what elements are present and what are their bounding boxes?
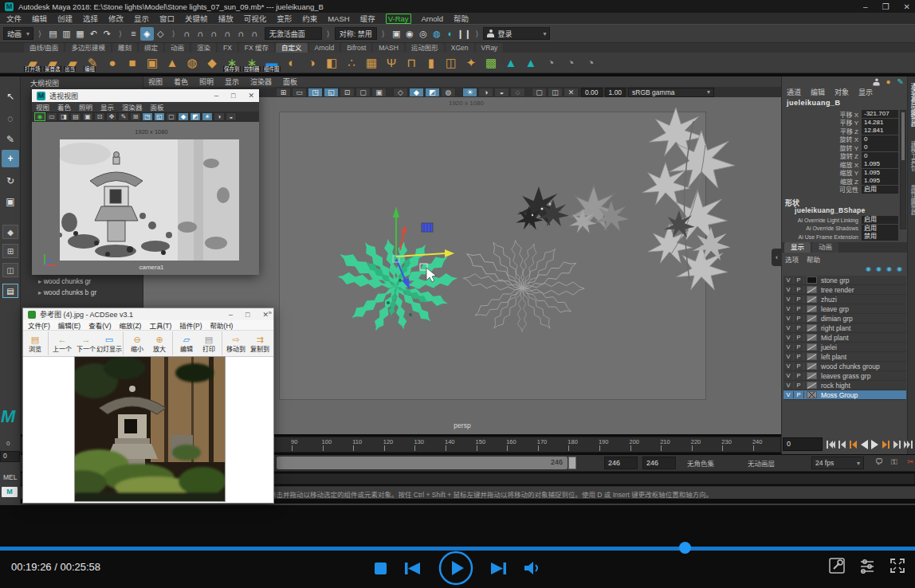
shaded-icon[interactable]: ◆	[178, 112, 189, 121]
shadows-icon[interactable]: ◑	[214, 112, 225, 121]
layer-playback-toggle[interactable]: P	[794, 363, 804, 370]
shelf-tab[interactable]: 雕刻	[112, 43, 137, 53]
minimize-button[interactable]: –	[863, 2, 868, 11]
acdsee-window[interactable]: 参考图 (4).jpg - ACDSee v3.1 – □ ✕ 文件(F)编辑(…	[22, 308, 274, 504]
layer-color-swatch[interactable]	[807, 334, 817, 341]
shelf-poly-cube2-button[interactable]: ▣	[143, 54, 161, 72]
cam-attr-icon[interactable]: ▤	[70, 112, 81, 121]
acdsee-menu-item[interactable]: 插件(P)	[179, 320, 202, 330]
layer-playback-toggle[interactable]: P	[794, 334, 804, 341]
move-to-button[interactable]: ⇨移动到	[224, 331, 248, 355]
shelf-scene-prefs-button[interactable]: ▰景首选	[44, 54, 61, 72]
layer-playback-toggle[interactable]: P	[794, 276, 804, 284]
layer-name[interactable]: zhuzi	[819, 296, 837, 304]
layer-visible-toggle[interactable]: V	[783, 343, 794, 351]
zoom-in-button[interactable]: ⊕放大	[149, 331, 173, 355]
menu-item[interactable]: V-Ray	[386, 14, 411, 24]
shelf-leaf-button[interactable]: ✦	[462, 54, 480, 72]
shelf-rig-button[interactable]: Ψ	[383, 54, 400, 72]
shelf-poly-sphere-button[interactable]: ●	[104, 54, 121, 72]
menu-item[interactable]: 文件	[6, 13, 22, 24]
res-gate-icon[interactable]: ◳	[142, 112, 153, 121]
scale-tool[interactable]: ▣	[2, 193, 19, 210]
close-button[interactable]: ✕	[904, 2, 910, 11]
camera-window-title-bar[interactable]: M 透视视图 – □ ✕	[32, 89, 259, 102]
channel-value-field[interactable]: -321.707	[862, 110, 898, 118]
copy-to-button[interactable]: ⇉复制到	[248, 331, 272, 355]
shelf-swirl-b-button[interactable]: ◔	[562, 54, 579, 72]
viewport-icon[interactable]	[457, 88, 461, 97]
step-forward-key-button[interactable]	[881, 439, 891, 450]
viewport-menu-item[interactable]: 面板	[283, 76, 297, 87]
undo-icon[interactable]: ↶	[87, 27, 100, 41]
shelf-swirl-c-button[interactable]: ◔	[582, 54, 599, 72]
use-default-material-icon[interactable]: ◍	[441, 88, 456, 97]
safe-title-icon[interactable]: ▣	[371, 88, 387, 97]
textured-icon[interactable]: ◩	[425, 88, 440, 97]
zoom-out-button[interactable]: ⊖缩小	[125, 331, 149, 355]
shelf-tab[interactable]: VRay	[476, 43, 504, 53]
menu-item[interactable]: 创建	[57, 13, 73, 24]
shelf-scatter-button[interactable]: ∴	[343, 54, 360, 72]
layer-row[interactable]: V P stone grp	[783, 276, 906, 285]
auto-keyframe-icon[interactable]: ⚿	[891, 457, 897, 467]
close-button[interactable]: ✕	[248, 92, 254, 100]
snapshot-icon[interactable]: ◉	[34, 112, 45, 121]
layer-visible-toggle[interactable]: V	[783, 296, 794, 303]
shelf-manip-a-button[interactable]: ∗保存到	[223, 54, 241, 72]
acdsee-menu-item[interactable]: 编辑(E)	[58, 320, 81, 330]
menu-item[interactable]: 可视化	[244, 13, 267, 24]
layer-name[interactable]: stone grp	[819, 276, 849, 284]
panel-menu-item[interactable]: 视图	[36, 102, 49, 112]
viewport-icon[interactable]	[387, 88, 392, 97]
snap-view-plane-icon[interactable]: ∩	[234, 27, 248, 41]
character-icon[interactable]	[873, 78, 879, 85]
layer-color-swatch[interactable]	[807, 382, 817, 389]
safe-action-icon[interactable]: ▢	[355, 88, 371, 97]
gate-mask-icon[interactable]: ◱	[154, 112, 165, 121]
acdsee-menu-item[interactable]: 查看(V)	[88, 320, 111, 330]
script-editor-icon[interactable]: M	[2, 487, 18, 497]
go-to-end-button[interactable]	[903, 439, 913, 450]
range-slider-handle[interactable]	[568, 457, 576, 469]
snap-point-icon[interactable]: ∩	[207, 27, 221, 41]
shelf-tab[interactable]: Arnold	[309, 43, 340, 53]
minimize-button[interactable]: –	[214, 92, 218, 100]
shelf-maya-a-button[interactable]: ▲	[502, 54, 520, 72]
layer-row[interactable]: V P tree render	[783, 285, 906, 295]
paint-select-tool[interactable]: ✎	[2, 131, 19, 148]
shelf-export-button[interactable]: ▰出当	[64, 54, 81, 72]
character-set-dropdown[interactable]: 无角色集	[687, 458, 714, 468]
acdsee-menu-item[interactable]: 帮助(H)	[210, 320, 234, 330]
comment-icon[interactable]: 🗩	[875, 457, 883, 466]
snap-projected-center-icon[interactable]: ∩	[221, 27, 234, 41]
layout-single-pane[interactable]: ◆	[2, 225, 18, 239]
layer-playback-toggle[interactable]: P	[794, 324, 804, 331]
sidebar-vertical-tab[interactable]: 通道盒/层编辑器	[909, 78, 915, 131]
menu-item[interactable]: 帮助	[454, 13, 469, 24]
menu-item[interactable]: 约束	[302, 13, 317, 24]
channel-box-menu-item[interactable]: 对象	[834, 87, 849, 97]
menu-item[interactable]: 缓存	[360, 13, 375, 24]
make-live-icon[interactable]: ∩	[248, 27, 261, 41]
channel-box-menu-item[interactable]: 显示	[858, 87, 873, 97]
layer-name[interactable]: Moss Group	[819, 391, 858, 399]
layer-playback-toggle[interactable]: P	[794, 372, 804, 379]
select-tool[interactable]: ↖	[2, 88, 19, 105]
layer-row[interactable]: V P rock hight	[783, 381, 906, 390]
camera-view-canvas[interactable]: 1920 x 1080	[32, 122, 259, 275]
open-scene-icon[interactable]: ▥	[60, 27, 73, 41]
shelf-tab[interactable]: 多边形建模	[65, 43, 111, 53]
2d-pan-icon[interactable]: ✥	[106, 112, 117, 121]
outliner-item[interactable]: wood chunks b gr	[38, 288, 96, 296]
progress-handle[interactable]	[679, 542, 691, 554]
isolate-select-icon[interactable]: ▢	[532, 88, 547, 97]
menu-item[interactable]: 编辑	[32, 13, 47, 24]
login-dropdown[interactable]: 登录▾	[483, 27, 550, 40]
layer-visible-toggle[interactable]: V	[783, 353, 794, 360]
shelf-rotate-cube-button[interactable]: ◐	[283, 54, 300, 72]
view-transform-dropdown[interactable]: sRGB gamma▾	[628, 88, 714, 97]
viewport-menu-item[interactable]: 照明	[199, 76, 214, 87]
menu-item[interactable]: 选择	[83, 13, 98, 24]
bookmark-icon[interactable]: ▣	[82, 112, 93, 121]
